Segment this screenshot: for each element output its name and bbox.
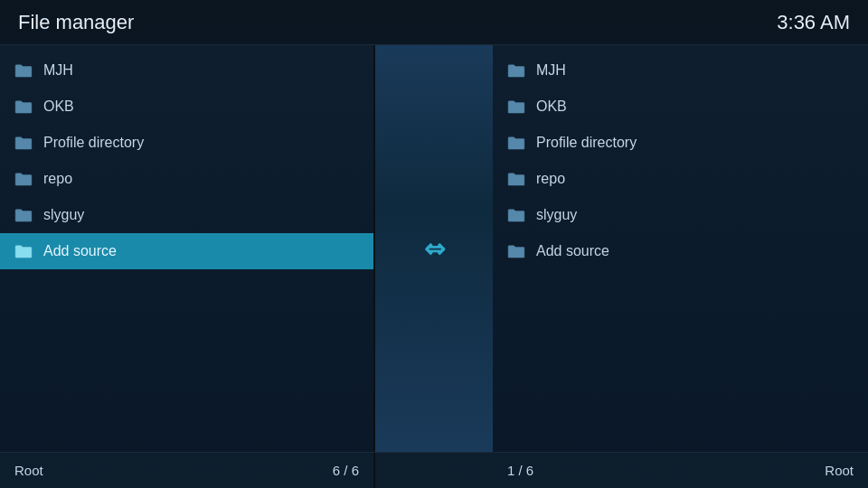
folder-icon — [14, 208, 33, 222]
file-name: repo — [536, 171, 565, 187]
file-name: OKB — [43, 99, 74, 115]
folder-icon — [507, 244, 525, 258]
folder-icon — [507, 63, 525, 78]
folder-icon — [14, 136, 33, 150]
left-footer-count: 6 / 6 — [333, 463, 359, 478]
file-name: Add source — [536, 243, 609, 259]
left-file-list: MJH OKB Profile directory repo slyguy Ad… — [0, 45, 373, 452]
left-panel: MJH OKB Profile directory repo slyguy Ad… — [0, 45, 375, 452]
clock: 3:36 AM — [777, 11, 850, 34]
file-name: MJH — [536, 62, 566, 79]
right-list-item[interactable]: Profile directory — [493, 125, 868, 161]
footer-right: 1 / 6 Root — [493, 453, 868, 488]
right-list-item[interactable]: slyguy — [493, 197, 868, 233]
file-name: OKB — [536, 99, 567, 115]
center-divider: ⇔ — [375, 45, 493, 452]
folder-icon — [14, 99, 33, 114]
folder-icon — [507, 208, 525, 222]
folder-icon — [507, 172, 525, 186]
footer-center — [375, 453, 493, 488]
footer-left: Root 6 / 6 — [0, 453, 375, 488]
main-content: MJH OKB Profile directory repo slyguy Ad… — [0, 45, 868, 452]
right-panel: MJH OKB Profile directory repo slyguy Ad… — [493, 45, 868, 452]
footer: Root 6 / 6 1 / 6 Root — [0, 452, 868, 488]
app-title: File manager — [18, 11, 134, 34]
folder-icon — [14, 63, 33, 78]
left-list-item[interactable]: slyguy — [0, 197, 373, 233]
folder-icon — [507, 99, 525, 114]
file-name: slyguy — [43, 207, 84, 223]
file-name: Profile directory — [43, 135, 144, 151]
app-container: File manager 3:36 AM MJH OKB Profile dir… — [0, 0, 868, 488]
folder-icon — [14, 244, 33, 258]
left-list-item[interactable]: OKB — [0, 89, 373, 125]
header: File manager 3:36 AM — [0, 0, 868, 45]
right-list-item[interactable]: MJH — [493, 52, 868, 89]
transfer-icon: ⇔ — [424, 234, 445, 264]
left-list-item[interactable]: repo — [0, 161, 373, 197]
folder-icon — [14, 172, 33, 186]
left-footer-label: Root — [14, 463, 43, 478]
file-name: Add source — [43, 243, 117, 259]
right-list-item[interactable]: OKB — [493, 89, 868, 125]
file-name: MJH — [43, 62, 73, 79]
file-name: Profile directory — [536, 135, 637, 151]
right-footer-label: Root — [825, 463, 854, 478]
file-name: slyguy — [536, 207, 577, 223]
file-name: repo — [43, 171, 72, 187]
left-list-item[interactable]: Profile directory — [0, 125, 373, 161]
left-list-item[interactable]: Add source — [0, 233, 373, 269]
right-footer-count: 1 / 6 — [507, 463, 533, 478]
left-list-item[interactable]: MJH — [0, 52, 373, 89]
folder-icon — [507, 136, 525, 150]
right-list-item[interactable]: Add source — [493, 233, 868, 269]
right-list-item[interactable]: repo — [493, 161, 868, 197]
right-file-list: MJH OKB Profile directory repo slyguy Ad… — [493, 45, 868, 452]
